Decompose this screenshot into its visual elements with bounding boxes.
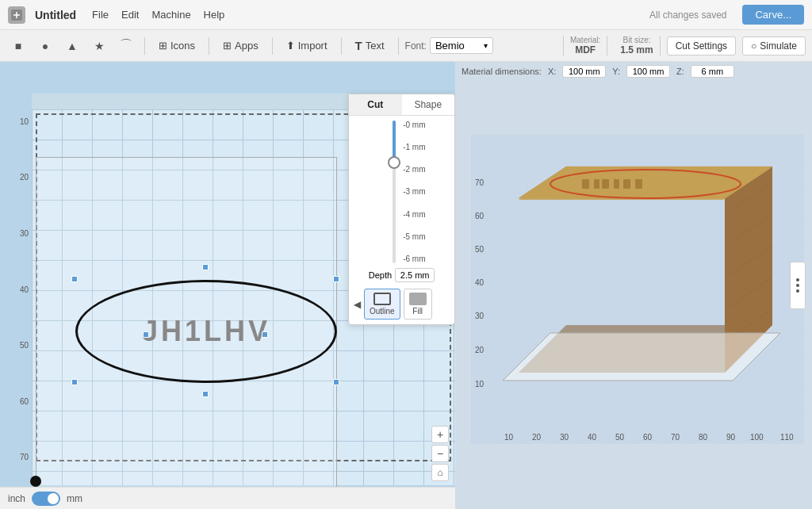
- outline-label: Outline: [370, 307, 395, 316]
- font-dropdown-icon: ▾: [484, 41, 488, 50]
- more-dot-1: [796, 278, 799, 281]
- material-label: Material:: [570, 36, 600, 44]
- tool-star[interactable]: ★: [87, 35, 111, 57]
- depth-label-6: -6 mm: [403, 254, 425, 263]
- unit-toggle[interactable]: [32, 492, 60, 506]
- zoom-out-button[interactable]: −: [431, 445, 449, 462]
- apps-button[interactable]: ⊞ Apps: [216, 36, 266, 55]
- depth-thumb[interactable]: [388, 156, 400, 169]
- svg-text:50: 50: [475, 245, 485, 254]
- outline-button[interactable]: Outline: [364, 289, 400, 320]
- toolbar: ■ ● ▲ ★ ⌒ ⊞ Icons ⊞ Apps ⬆ Import T Text…: [0, 30, 812, 62]
- apps-grid-icon: ⊞: [223, 40, 232, 52]
- handle-bc[interactable]: [202, 391, 209, 397]
- menu-file[interactable]: File: [92, 9, 109, 21]
- home-button[interactable]: ⌂: [431, 464, 449, 481]
- more-options-button[interactable]: [790, 262, 806, 309]
- svg-marker-45: [503, 333, 780, 381]
- icons-label: Icons: [170, 40, 195, 52]
- cut-tab-cut[interactable]: Cut: [349, 94, 402, 115]
- canvas-area[interactable]: 70 60 50 40 30 20 10 JH1LHV: [0, 62, 455, 509]
- menu-machine[interactable]: Machine: [151, 9, 190, 21]
- z-dim-label: Z:: [676, 67, 684, 76]
- handle-tr[interactable]: [333, 276, 339, 282]
- text-t-icon: T: [355, 39, 362, 52]
- zoom-controls: + − ⌂: [431, 426, 449, 481]
- shape-buttons: ◀ Outline Fill: [354, 289, 450, 320]
- y-label-10: 10: [20, 117, 29, 126]
- y-label-50: 50: [20, 341, 29, 350]
- depth-label-0: -0 mm: [403, 121, 425, 129]
- oval-shape[interactable]: JH1LHV: [75, 280, 337, 383]
- svg-text:80: 80: [699, 433, 708, 442]
- simulate-label: Simulate: [760, 40, 797, 52]
- svg-text:10: 10: [504, 433, 514, 442]
- svg-text:20: 20: [475, 346, 485, 354]
- icons-button[interactable]: ⊞ Icons: [151, 36, 202, 55]
- cut-settings-button[interactable]: Cut Settings: [667, 36, 736, 55]
- depth-input[interactable]: [395, 268, 435, 282]
- bit-size-info: Bit size: 1.5 mm: [614, 36, 660, 55]
- tool-curve[interactable]: ⌒: [114, 35, 138, 57]
- preview-area: Material dimensions: X: Y: Z:: [455, 62, 812, 509]
- depth-label-1: -1 mm: [403, 143, 425, 151]
- separator-4: [341, 37, 342, 55]
- handle-bl[interactable]: [71, 379, 78, 385]
- more-dot-2: [796, 284, 799, 287]
- zoom-in-button[interactable]: +: [431, 426, 449, 443]
- tool-square[interactable]: ■: [6, 35, 30, 57]
- svg-text:10: 10: [475, 380, 485, 388]
- svg-text:30: 30: [560, 433, 569, 442]
- svg-text:100: 100: [750, 433, 764, 442]
- svg-rect-24: [614, 179, 619, 189]
- toolbar-right: Material: MDF Bit size: 1.5 mm Cut Setti…: [563, 36, 806, 55]
- material-value: MDF: [575, 44, 596, 55]
- svg-text:30: 30: [475, 312, 485, 320]
- import-button[interactable]: ⬆ Import: [279, 36, 335, 55]
- svg-text:90: 90: [726, 433, 736, 442]
- cut-panel-tabs: Cut Shape: [349, 94, 454, 116]
- handle-br[interactable]: [333, 379, 339, 385]
- titlebar: Untitled File Edit Machine Help All chan…: [0, 0, 812, 30]
- handle-mr[interactable]: [262, 331, 268, 338]
- z-dimension-input[interactable]: [691, 65, 734, 78]
- text-button[interactable]: T Text: [348, 36, 392, 55]
- shape-arrow-icon: ◀: [354, 299, 361, 310]
- more-dot-3: [796, 289, 799, 293]
- handle-tc[interactable]: [202, 264, 209, 270]
- oval-text: JH1LHV: [142, 315, 270, 348]
- svg-text:70: 70: [671, 433, 680, 442]
- menu-help[interactable]: Help: [204, 9, 225, 21]
- separator-1: [144, 37, 145, 55]
- inch-label: inch: [8, 493, 25, 504]
- carve-button[interactable]: Carve...: [742, 5, 804, 25]
- menu-edit[interactable]: Edit: [121, 9, 139, 21]
- cut-panel-body: -0 mm -1 mm -2 mm -3 mm -4 mm -5 mm -6 m…: [349, 116, 454, 324]
- font-selector[interactable]: Bemio ▾: [430, 37, 493, 54]
- depth-labels: -0 mm -1 mm -2 mm -3 mm -4 mm -5 mm -6 m…: [403, 121, 425, 263]
- x-dimension-input[interactable]: [562, 65, 606, 78]
- svg-text:40: 40: [475, 278, 485, 287]
- handle-ml[interactable]: [143, 331, 149, 338]
- depth-row: Depth: [369, 268, 435, 282]
- fill-icon: [409, 293, 427, 305]
- svg-rect-21: [582, 179, 589, 189]
- svg-text:60: 60: [475, 212, 485, 220]
- material-dimensions: Material dimensions: X: Y: Z:: [462, 65, 734, 78]
- y-label-70: 70: [20, 453, 29, 461]
- tool-triangle[interactable]: ▲: [60, 35, 84, 57]
- simulate-button[interactable]: ○ Simulate: [742, 36, 806, 55]
- tool-circle[interactable]: ●: [33, 35, 57, 57]
- depth-slider[interactable]: -0 mm -1 mm -2 mm -3 mm -4 mm -5 mm -6 m…: [378, 121, 426, 263]
- depth-label-4: -4 mm: [403, 210, 425, 219]
- app-icon: [8, 6, 25, 24]
- origin-dot: [30, 476, 41, 487]
- fill-button[interactable]: Fill: [404, 289, 432, 320]
- handle-tl[interactable]: [71, 276, 78, 282]
- svg-rect-22: [594, 179, 599, 189]
- depth-label-2: -2 mm: [403, 165, 425, 174]
- y-axis: 70 60 50 40 30 20 10: [0, 94, 32, 485]
- cut-tab-shape[interactable]: Shape: [402, 94, 455, 115]
- y-dimension-input[interactable]: [626, 65, 670, 78]
- x-dim-label: X:: [548, 67, 556, 76]
